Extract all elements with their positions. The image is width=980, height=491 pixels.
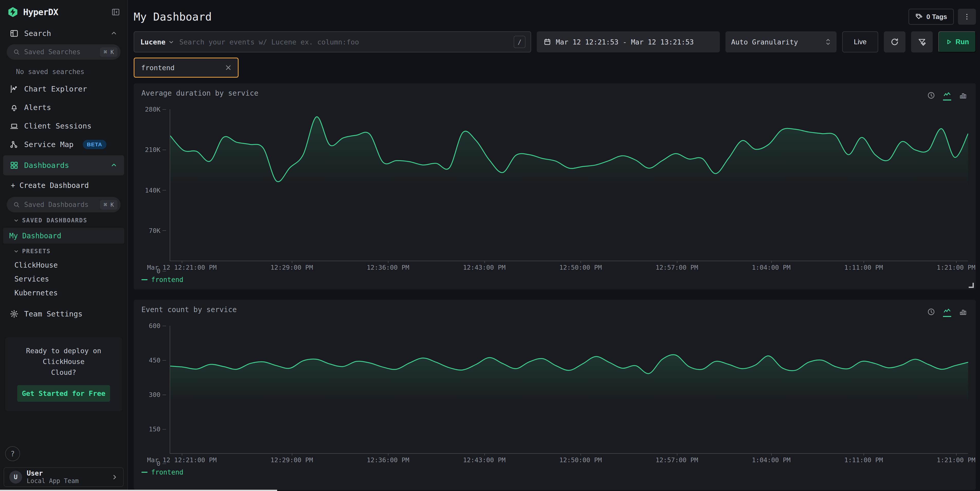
- language-label: Lucene: [140, 38, 165, 46]
- x-tick-label: 12:43:00 PM: [463, 264, 506, 271]
- chart-plot[interactable]: [170, 109, 968, 261]
- language-select[interactable]: Lucene: [140, 38, 174, 46]
- line-series-frontend: [170, 109, 968, 261]
- saved-dashboards-input[interactable]: Saved Dashboards ⌘ K: [7, 197, 121, 212]
- bar-chart-icon[interactable]: [959, 308, 967, 316]
- help-button[interactable]: ?: [5, 446, 20, 461]
- filter-chip-text: frontend: [141, 64, 175, 72]
- filter-chip-frontend[interactable]: frontend: [134, 57, 239, 78]
- x-tick-label: 1:04:00 PM: [752, 264, 791, 271]
- x-tick-label: 1:04:00 PM: [752, 456, 791, 464]
- chart-explorer-icon: [10, 84, 19, 93]
- sidebar-collapse-icon[interactable]: [111, 8, 120, 16]
- sidebar-item-label: Team Settings: [24, 310, 83, 318]
- close-icon[interactable]: [224, 64, 232, 72]
- sidebar-item-label: Service Map: [24, 140, 73, 149]
- y-tick-label: 300: [149, 391, 166, 399]
- tags-icon: [915, 13, 923, 21]
- promo-line2: Cloud?: [11, 367, 116, 378]
- resize-handle[interactable]: [969, 283, 974, 288]
- x-tick-label: 12:43:00 PM: [463, 456, 506, 464]
- dashboards-icon: [10, 161, 19, 170]
- line-chart-icon: [943, 307, 951, 315]
- chevron-right-icon: [111, 474, 118, 481]
- filter-button[interactable]: [911, 31, 933, 52]
- page-title: My Dashboard: [134, 11, 212, 23]
- line-chart-toggle[interactable]: [943, 307, 951, 317]
- chart-plot[interactable]: [170, 326, 968, 454]
- legend-swatch: [142, 279, 148, 280]
- sidebar-spacer: [0, 411, 127, 446]
- x-tick-label: 1:11:00 PM: [844, 264, 883, 271]
- sidebar-item-alerts[interactable]: Alerts: [0, 98, 127, 117]
- bar-chart-icon[interactable]: [959, 91, 967, 100]
- saved-searches-input[interactable]: Saved Searches ⌘ K: [7, 44, 121, 60]
- header-actions: 0 Tags: [908, 9, 976, 25]
- granularity-value: Auto Granularity: [731, 38, 798, 46]
- create-dashboard-button[interactable]: + Create Dashboard: [0, 175, 127, 195]
- query-toolbar: Lucene Search your events w/ Lucene ex. …: [134, 31, 976, 52]
- y-axis-labels: 6004503001500: [142, 322, 166, 467]
- sidebar-item-chart-explorer[interactable]: Chart Explorer: [0, 80, 127, 98]
- active-filters: frontend: [134, 57, 976, 78]
- user-info: User Local App Team: [27, 469, 79, 485]
- time-range-value: Mar 12 12:21:53 - Mar 12 13:21:53: [556, 38, 694, 46]
- preset-kubernetes[interactable]: Kubernetes: [0, 286, 127, 300]
- granularity-select[interactable]: Auto Granularity: [725, 31, 837, 52]
- chart-card-avg-duration: Average duration by service 280K210K140K…: [134, 83, 976, 289]
- live-button[interactable]: Live: [842, 31, 878, 52]
- x-tick-label: 12:36:00 PM: [367, 264, 409, 271]
- no-saved-searches-text: No saved searches: [16, 68, 127, 76]
- dashboard-menu-button[interactable]: [958, 9, 976, 25]
- preset-clickhouse[interactable]: ClickHouse: [0, 258, 127, 272]
- plot-area: 280K210K140K70K0 Mar 12 12:21:00 PM12:29…: [142, 109, 968, 271]
- chart-legend[interactable]: frontend: [142, 469, 968, 476]
- section-header-label: SAVED DASHBOARDS: [22, 217, 88, 224]
- preset-services[interactable]: Services: [0, 272, 127, 286]
- event-search-input[interactable]: Lucene Search your events w/ Lucene ex. …: [134, 31, 531, 52]
- tags-button[interactable]: 0 Tags: [908, 9, 954, 25]
- user-menu[interactable]: U User Local App Team: [3, 467, 124, 487]
- y-axis-labels: 280K210K140K70K0: [142, 106, 166, 275]
- x-tick-label: 12:29:00 PM: [270, 264, 313, 271]
- line-chart-icon: [943, 90, 951, 98]
- horizontal-scrollbar[interactable]: [0, 490, 277, 491]
- clock-icon[interactable]: [927, 91, 935, 100]
- sidebar-item-label: Search: [24, 29, 51, 38]
- chevron-up-icon[interactable]: [110, 30, 118, 37]
- run-label: Run: [956, 38, 969, 46]
- clock-icon[interactable]: [927, 308, 935, 316]
- line-chart-toggle[interactable]: [943, 90, 951, 100]
- chevron-down-icon: [13, 218, 19, 223]
- sidebar-item-client-sessions[interactable]: Client Sessions: [0, 117, 127, 135]
- y-tick-label: 140K: [145, 187, 166, 194]
- chevron-up-icon[interactable]: [110, 162, 118, 169]
- saved-searches-placeholder: Saved Searches: [24, 48, 81, 56]
- chart-toolbar: [927, 90, 967, 100]
- user-name: User: [27, 469, 79, 477]
- sidebar-item-search[interactable]: Search: [0, 24, 127, 43]
- run-button[interactable]: Run: [939, 31, 976, 52]
- sidebar-item-team-settings[interactable]: Team Settings: [0, 304, 127, 324]
- legend-swatch: [142, 472, 148, 473]
- get-started-button[interactable]: Get Started for Free: [17, 385, 110, 402]
- y-tick-label: 150: [149, 426, 166, 433]
- user-team: Local App Team: [27, 477, 79, 485]
- axes-column: Mar 12 12:21:00 PM12:29:00 PM12:36:00 PM…: [170, 109, 968, 271]
- sidebar-item-dashboards[interactable]: Dashboards: [3, 155, 124, 175]
- time-range-picker[interactable]: Mar 12 12:21:53 - Mar 12 13:21:53: [537, 31, 720, 52]
- saved-dashboard-my-dashboard[interactable]: My Dashboard: [3, 228, 124, 244]
- presets-section[interactable]: PRESETS: [0, 244, 127, 258]
- refresh-button[interactable]: [884, 31, 905, 52]
- sidebar-item-service-map[interactable]: Service Map BETA: [0, 135, 127, 154]
- chart-legend[interactable]: frontend: [142, 276, 968, 284]
- x-axis-labels: Mar 12 12:21:00 PM12:29:00 PM12:36:00 PM…: [147, 264, 975, 271]
- chart-title: Average duration by service: [142, 89, 968, 97]
- saved-dashboards-section[interactable]: SAVED DASHBOARDS: [0, 213, 127, 227]
- saved-dashboards-placeholder: Saved Dashboards: [24, 201, 88, 208]
- calendar-icon: [544, 38, 551, 46]
- shortcut-badge: ⌘ K: [100, 200, 118, 210]
- x-tick-label: 12:29:00 PM: [270, 456, 313, 464]
- search-icon: [13, 48, 20, 56]
- x-tick-label: Mar 12 12:21:00 PM: [147, 264, 217, 271]
